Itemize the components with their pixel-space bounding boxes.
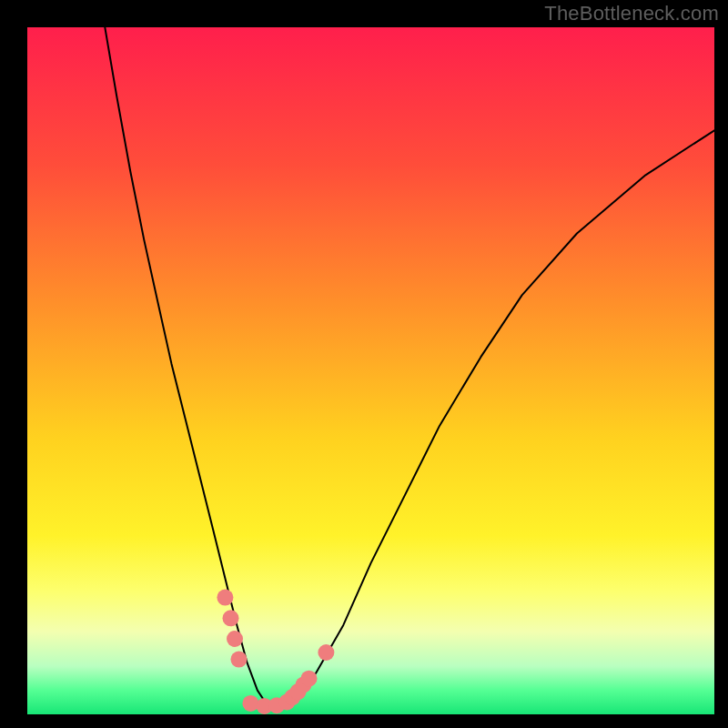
marker-dot bbox=[217, 590, 233, 606]
marker-dot bbox=[242, 695, 258, 712]
marker-dot bbox=[301, 671, 318, 687]
marker-dot bbox=[223, 610, 239, 626]
marker-dot bbox=[231, 652, 248, 668]
marker-dot bbox=[227, 631, 243, 647]
chart-frame: TheBottleneck.com bbox=[0, 0, 728, 728]
plot-background bbox=[27, 27, 714, 714]
marker-dot bbox=[318, 644, 334, 661]
bottleneck-chart bbox=[0, 0, 728, 728]
